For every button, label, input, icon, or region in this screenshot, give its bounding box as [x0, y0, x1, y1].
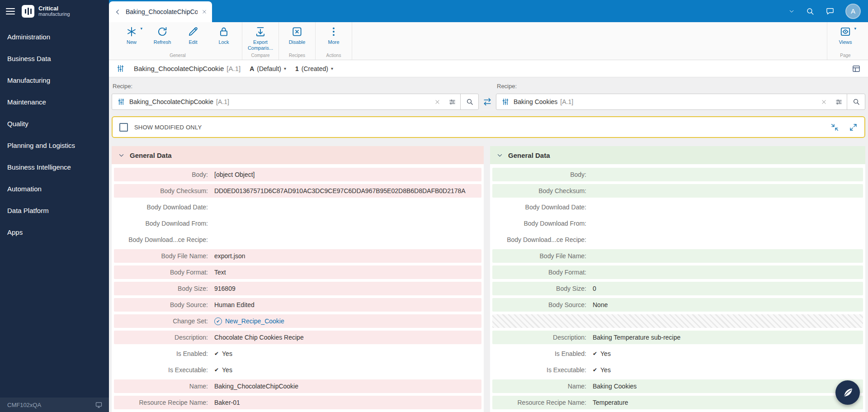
logo-icon: [22, 5, 34, 18]
row-label: Body Source:: [114, 301, 208, 308]
toolbar-group-label: Page: [830, 52, 860, 59]
compare-row: Description:Baking Temperature sub-recip…: [492, 331, 863, 344]
lock-button[interactable]: Lock: [209, 26, 239, 45]
sidebar-item-manufacturing[interactable]: Manufacturing: [0, 69, 109, 91]
search-icon: [852, 98, 860, 106]
row-value-text: Yes: [600, 366, 611, 374]
toolbar-group-recipes: DisableRecipes: [279, 22, 316, 60]
entity-title-text: Baking_ChocolateChipCookie: [134, 65, 224, 72]
compare-row: Body Checksum:: [492, 184, 863, 198]
compare-row: Resource Recipe Name:Baker-01: [114, 396, 481, 409]
monitor-icon[interactable]: [95, 401, 103, 409]
row-label: Body Download...ce Recipe:: [114, 236, 208, 243]
row-value: DD0ED01367571D6C87AD910AC3DC9CE97C6DDA96…: [214, 187, 466, 194]
topbar-actions: A: [788, 0, 868, 22]
menu-toggle-icon[interactable]: [6, 8, 15, 14]
expand-all-icon[interactable]: [849, 123, 858, 132]
entity-filter-icon[interactable]: [448, 98, 456, 106]
row-label: Resource Recipe Name:: [492, 399, 586, 406]
sidebar-item-data-platform[interactable]: Data Platform: [0, 199, 109, 221]
sidebar-item-maintenance[interactable]: Maintenance: [0, 91, 109, 113]
row-label: Name:: [114, 383, 208, 390]
more-button[interactable]: More: [319, 26, 349, 45]
section-header[interactable]: General Data: [112, 146, 484, 164]
search-button[interactable]: [460, 94, 478, 109]
compare-row: Body Download Date:: [492, 200, 863, 214]
toolbar-button-label: More: [328, 39, 339, 45]
row-label: Is Enabled:: [492, 350, 586, 357]
compare-row: Body Download...ce Recipe:: [492, 233, 863, 246]
compare-row: Is Enabled:✔Yes: [114, 347, 481, 360]
layout-icon[interactable]: [852, 64, 861, 73]
views-button[interactable]: ▾Views: [830, 26, 860, 45]
row-value: Baking Cookies: [593, 383, 637, 390]
toolbar-group-label: Actions: [319, 52, 349, 59]
refresh-button[interactable]: Refresh: [147, 26, 177, 45]
search-button[interactable]: [847, 94, 865, 109]
row-value: Temperature: [593, 399, 628, 406]
clear-icon[interactable]: [821, 99, 827, 105]
compare-row: Body Download...ce Recipe:: [114, 233, 481, 246]
row-value-text: DD0ED01367571D6C87AD910AC3DC9CE97C6DDA96…: [214, 187, 466, 194]
messages-icon[interactable]: [826, 7, 835, 16]
back-icon[interactable]: [114, 8, 122, 16]
tab-active[interactable]: Baking_ChocolateChipCooki: [109, 1, 212, 22]
panel-controls: [830, 123, 858, 132]
show-modified-checkbox[interactable]: [119, 123, 128, 132]
recipe-input-right[interactable]: Baking Cookies [A.1]: [496, 94, 865, 110]
toolbar-group-compare: Export Comparis...Compare: [242, 22, 279, 60]
row-value-text: Baker-01: [214, 399, 240, 406]
row-value-text: Human Edited: [214, 301, 255, 308]
swap-recipes[interactable]: [479, 97, 496, 110]
sidebar-nav: AdministrationBusiness DataManufacturing…: [0, 22, 109, 398]
sidebar-item-apps[interactable]: Apps: [0, 221, 109, 243]
circle-check-icon: ✔: [214, 317, 222, 325]
export-comparis-button[interactable]: Export Comparis...: [245, 26, 275, 51]
compare-row: Body Download From:: [114, 217, 481, 230]
new-icon: [126, 26, 137, 38]
recipe-field-label: Recipe:: [496, 83, 865, 91]
clear-icon[interactable]: [434, 99, 440, 105]
sidebar-item-automation[interactable]: Automation: [0, 178, 109, 199]
row-label: Is Executable:: [492, 366, 586, 374]
edit-button[interactable]: Edit: [178, 26, 208, 45]
section-header[interactable]: General Data: [490, 146, 865, 164]
changeset-link[interactable]: New_Recipe_Cookie: [225, 317, 284, 325]
search-icon[interactable]: [806, 7, 815, 16]
row-label: Is Enabled:: [114, 350, 208, 357]
sidebar-item-business-data[interactable]: Business Data: [0, 47, 109, 69]
sidebar-item-quality[interactable]: Quality: [0, 113, 109, 134]
row-value-text: Yes: [222, 350, 232, 357]
collapse-all-icon[interactable]: [830, 123, 839, 132]
row-value: Baking_ChocolateChipCookie: [214, 383, 298, 390]
sidebar-item-administration[interactable]: Administration: [0, 26, 109, 47]
check-icon: ✔: [214, 350, 219, 357]
lock-icon: [218, 26, 230, 38]
assistant-fab[interactable]: [835, 380, 860, 405]
compare-row: Body:[object Object]: [114, 168, 481, 181]
row-value-text: export.json: [214, 252, 245, 260]
disable-button[interactable]: Disable: [282, 26, 312, 45]
avatar[interactable]: A: [845, 4, 861, 19]
sidebar-item-planning-and-logistics[interactable]: Planning and Logistics: [0, 134, 109, 156]
recipe-input-left[interactable]: Baking_ChocolateChipCookie [A.1]: [112, 94, 479, 110]
revision-number: 1: [295, 65, 299, 72]
toolbar-button-label: Views: [839, 39, 852, 45]
compare-row: Body Size:0: [492, 282, 863, 295]
row-label: Body Checksum:: [114, 187, 208, 194]
sidebar-item-business-intelligence[interactable]: Business Intelligence: [0, 156, 109, 178]
entity-filter-icon[interactable]: [835, 98, 843, 106]
compare-row: Resource Recipe Name:Temperature: [492, 396, 863, 409]
revision-selector[interactable]: 1 (Created) ▾: [295, 65, 333, 72]
new-button[interactable]: ▾New: [117, 26, 146, 45]
close-tab-icon[interactable]: [202, 9, 207, 14]
section-title: General Data: [508, 152, 550, 159]
row-label: Body Format:: [492, 269, 586, 276]
row-value: ✔Yes: [593, 366, 611, 374]
caret-down-icon: ▾: [140, 26, 142, 31]
toolbar-group-label: Recipes: [282, 52, 312, 59]
version-selector[interactable]: A (Default) ▾: [250, 65, 286, 72]
chevron-down-icon[interactable]: [788, 8, 795, 14]
row-value-text: Yes: [222, 366, 232, 374]
section-title: General Data: [130, 152, 172, 159]
